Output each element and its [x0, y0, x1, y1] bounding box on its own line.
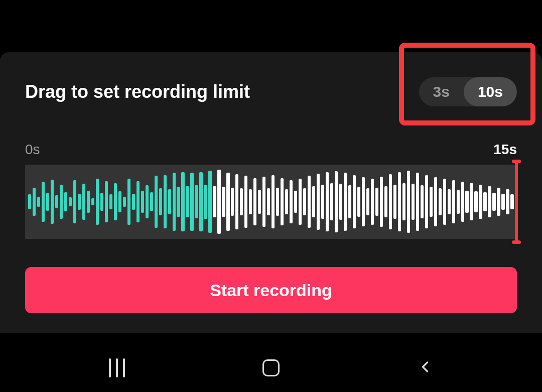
wave-bar	[398, 172, 401, 231]
wave-bar	[393, 185, 396, 219]
wave-bar	[317, 174, 320, 230]
wave-bar	[407, 171, 410, 233]
wave-bar	[384, 186, 387, 217]
wave-bar	[335, 171, 338, 232]
wave-bar	[105, 181, 108, 223]
wave-bar	[155, 176, 158, 228]
wave-bar	[375, 188, 378, 216]
wave-bar	[253, 178, 256, 226]
time-label-end: 15s	[493, 142, 517, 158]
wave-bar	[501, 194, 504, 210]
wave-bar	[434, 177, 437, 226]
wave-bar	[249, 189, 252, 214]
wave-bar	[51, 180, 54, 224]
nav-recents-button[interactable]	[102, 353, 132, 383]
wave-bar	[344, 173, 347, 230]
wave-bar	[389, 174, 392, 229]
wave-bar	[114, 183, 117, 220]
wave-bar	[457, 190, 460, 213]
wave-bar	[181, 172, 184, 231]
wave-bar	[109, 194, 112, 209]
wave-bar	[262, 177, 265, 227]
wave-bar	[33, 188, 36, 216]
wave-bar	[132, 194, 135, 210]
wave-bar	[208, 171, 211, 233]
duration-toggle[interactable]: 3s 10s	[419, 77, 517, 106]
wave-bar	[64, 192, 67, 211]
wave-bar	[330, 183, 333, 220]
wave-bar	[267, 188, 270, 215]
wave-bar	[380, 177, 383, 227]
wave-bar	[168, 189, 171, 214]
recording-limit-handle[interactable]	[515, 160, 518, 244]
wave-bar	[439, 188, 442, 215]
time-labels-row: 0s 15s	[25, 142, 517, 158]
wave-bar	[46, 193, 49, 211]
wave-bar	[199, 172, 202, 231]
wave-bar	[448, 189, 451, 214]
wave-bar	[164, 175, 167, 229]
wave-bar	[479, 185, 482, 219]
wave-bar	[497, 188, 500, 216]
wave-bar	[474, 191, 477, 212]
panel-title: Drag to set recording limit	[25, 81, 250, 102]
wave-bar	[123, 197, 126, 207]
nav-home-button[interactable]	[256, 353, 286, 383]
wave-bar	[217, 170, 220, 233]
wave-bar	[258, 190, 261, 213]
wave-bar	[290, 180, 293, 223]
wave-bar	[235, 174, 238, 229]
wave-bar	[510, 194, 513, 209]
wave-bar	[82, 184, 85, 219]
wave-bar	[190, 173, 193, 230]
wave-bar	[357, 187, 360, 216]
wave-bar	[492, 193, 495, 211]
wave-bar	[137, 181, 140, 223]
wave-bar	[240, 188, 243, 215]
wave-bar	[285, 189, 288, 214]
wave-bar	[244, 176, 247, 228]
wave-bar	[87, 191, 90, 213]
wave-bar	[416, 173, 419, 230]
wave-bar	[73, 180, 76, 223]
wave-bar	[452, 180, 455, 223]
wave-bar	[362, 177, 365, 226]
wave-bar	[55, 195, 58, 209]
wave-bar	[141, 191, 144, 213]
time-label-start: 0s	[25, 142, 40, 158]
start-recording-button[interactable]: Start recording	[25, 267, 517, 313]
nav-back-button[interactable]	[410, 353, 440, 383]
wave-bar	[461, 182, 464, 222]
wave-bar	[127, 179, 130, 225]
waveform-track[interactable]	[25, 165, 517, 239]
wave-bar	[326, 172, 329, 231]
wave-bar	[69, 197, 72, 206]
wave-bar	[412, 184, 415, 219]
wave-bar	[272, 175, 275, 229]
wave-bar	[276, 188, 279, 216]
recording-limit-panel: Drag to set recording limit 3s 10s 0s 15…	[0, 52, 542, 333]
wave-bar	[488, 186, 491, 217]
wave-bar	[465, 191, 468, 213]
panel-header: Drag to set recording limit 3s 10s	[25, 77, 517, 106]
wave-bar	[213, 186, 216, 217]
wave-bar	[96, 179, 99, 225]
wave-bar	[195, 185, 198, 218]
wave-bar	[425, 175, 428, 229]
wave-bar	[353, 175, 356, 229]
wave-bar	[186, 186, 189, 217]
wave-bar	[506, 189, 509, 214]
wave-bar	[28, 194, 31, 209]
toggle-option-10s[interactable]: 10s	[464, 77, 517, 106]
wave-bar	[226, 173, 229, 230]
wave-bar	[421, 185, 424, 218]
wave-bar	[348, 185, 351, 218]
wave-bar	[91, 198, 94, 206]
wave-bar	[402, 183, 405, 220]
wave-bar	[42, 182, 45, 222]
toggle-option-3s[interactable]: 3s	[419, 77, 464, 106]
back-icon	[416, 358, 434, 378]
wave-bar	[483, 192, 486, 211]
wave-bar	[470, 183, 473, 220]
home-icon	[262, 359, 280, 376]
